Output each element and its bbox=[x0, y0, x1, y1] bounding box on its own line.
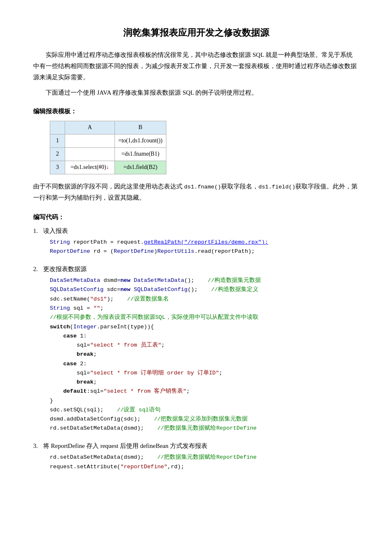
code-inline-field: ds1.field() bbox=[258, 184, 295, 190]
list-label-3: 将 ReportDefine 存入 request 后使用 defineBean… bbox=[43, 441, 207, 452]
cell-a2 bbox=[65, 147, 115, 161]
description-paragraph: 由于不同数据源的字段不同，因此这里使用动态表达式 ds1.fname()获取字段… bbox=[33, 181, 359, 203]
cell-b1: =to(1,ds1.fcount()) bbox=[115, 134, 166, 147]
list-item-3-header: 3. 将 ReportDefine 存入 request 后使用 defineB… bbox=[33, 441, 359, 453]
cell-a1 bbox=[65, 134, 115, 147]
intro-paragraph-2: 下面通过一个使用 JAVA 程序修改集算报表数据源 SQL 的例子说明使用过程。 bbox=[33, 87, 359, 98]
red-indicator: ↓ bbox=[106, 164, 109, 170]
intro-paragraph-1: 实际应用中通过程序动态修改报表模板的情况很常见，其中动态修改数据源 SQL 就是… bbox=[33, 49, 359, 83]
list-item-2: 2. 更改报表数据源 DataSetMetaData dsmd=new Data… bbox=[33, 264, 359, 433]
list-num-1: 1. bbox=[33, 226, 43, 237]
section2-container: 编写代码： 1. 读入报表 String reportPath = reques… bbox=[33, 212, 359, 472]
table-header-empty bbox=[50, 121, 65, 134]
report-template-table: A B 1 =to(1,ds1.fcount()) 2 =ds1.fname(B… bbox=[50, 121, 166, 174]
table-row: 2 =ds1.fname(B1) bbox=[50, 147, 166, 161]
list-label-1: 读入报表 bbox=[43, 226, 68, 237]
list-label-2: 更改报表数据源 bbox=[43, 264, 87, 275]
list-item-2-header: 2. 更改报表数据源 bbox=[33, 264, 359, 276]
table-header-a: A bbox=[65, 121, 115, 134]
cell-b2: =ds1.fname(B1) bbox=[115, 147, 166, 161]
page-title: 润乾集算报表应用开发之修改数据源 bbox=[33, 25, 359, 40]
table-row: 1 =to(1,ds1.fcount()) bbox=[50, 134, 166, 147]
cell-b3: =ds1.field(B2) bbox=[115, 161, 166, 174]
row-num-1: 1 bbox=[50, 134, 65, 147]
section2-title: 编写代码： bbox=[33, 212, 359, 222]
code-block-1: String reportPath = request.getRealPath(… bbox=[50, 238, 359, 257]
list-item-1-header: 1. 读入报表 bbox=[33, 226, 359, 238]
row-num-3: 3 bbox=[50, 161, 65, 174]
list-num-2: 2. bbox=[33, 264, 43, 275]
spreadsheet-container: A B 1 =to(1,ds1.fcount()) 2 =ds1.fname(B… bbox=[50, 121, 359, 174]
cell-a3: =ds1.select(#0)↓ bbox=[65, 161, 115, 174]
table-header-b: B bbox=[115, 121, 166, 134]
code-block-3: rd.setDataSetMetaData(dsmd); //把数据集元数据赋给… bbox=[50, 453, 359, 472]
list-item-3: 3. 将 ReportDefine 存入 request 后使用 defineB… bbox=[33, 441, 359, 472]
table-row: 3 =ds1.select(#0)↓ =ds1.field(B2) bbox=[50, 161, 166, 174]
code-inline-fname: ds1.fname() bbox=[184, 184, 221, 190]
list-num-3: 3. bbox=[33, 441, 43, 452]
list-item-1: 1. 读入报表 String reportPath = request.getR… bbox=[33, 226, 359, 257]
code-block-2: DataSetMetaData dsmd=new DataSetMetaData… bbox=[50, 276, 359, 433]
row-num-2: 2 bbox=[50, 147, 65, 161]
section1-title: 编辑报表模板： bbox=[33, 106, 359, 117]
